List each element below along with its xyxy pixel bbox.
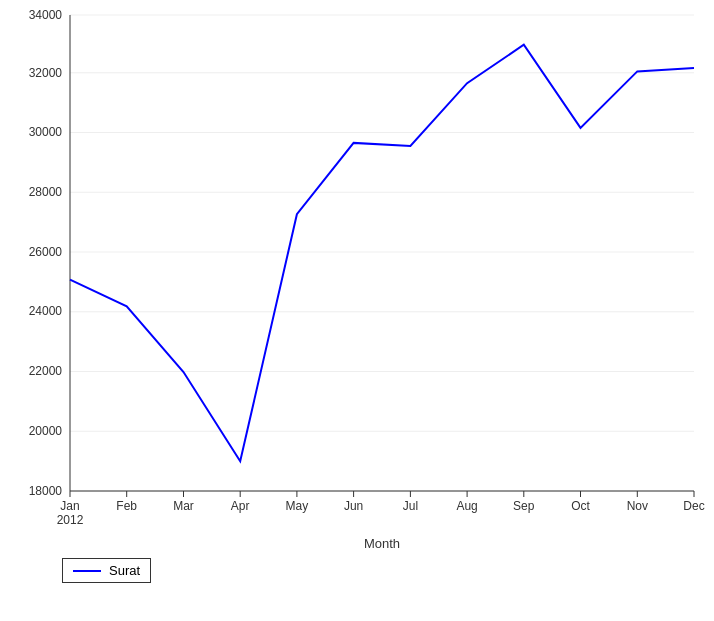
x-label-jan: Jan [60, 499, 79, 513]
x-label-dec: Dec [683, 499, 704, 513]
surat-line [70, 45, 694, 462]
svg-rect-0 [70, 15, 694, 491]
y-tick-34000: 34000 [29, 8, 63, 22]
y-tick-30000: 30000 [29, 125, 63, 139]
x-label-jun: Jun [344, 499, 363, 513]
legend-label-surat: Surat [109, 563, 140, 578]
chart-container: 18000 20000 22000 24000 26000 28000 3000… [0, 0, 714, 621]
x-label-2012: 2012 [57, 513, 84, 527]
x-label-oct: Oct [571, 499, 590, 513]
x-label-jul: Jul [403, 499, 418, 513]
y-tick-24000: 24000 [29, 304, 63, 318]
x-label-feb: Feb [116, 499, 137, 513]
y-tick-28000: 28000 [29, 185, 63, 199]
x-axis-title: Month [364, 536, 400, 551]
legend: Surat [62, 558, 151, 583]
x-label-sep: Sep [513, 499, 535, 513]
y-tick-26000: 26000 [29, 245, 63, 259]
y-tick-22000: 22000 [29, 364, 63, 378]
y-tick-32000: 32000 [29, 66, 63, 80]
legend-line-surat [73, 570, 101, 572]
x-label-aug: Aug [456, 499, 477, 513]
x-label-nov: Nov [627, 499, 648, 513]
x-label-apr: Apr [231, 499, 250, 513]
x-label-mar: Mar [173, 499, 194, 513]
y-tick-20000: 20000 [29, 424, 63, 438]
y-tick-18000: 18000 [29, 484, 63, 498]
line-chart: 18000 20000 22000 24000 26000 28000 3000… [0, 0, 714, 621]
x-label-may: May [286, 499, 309, 513]
